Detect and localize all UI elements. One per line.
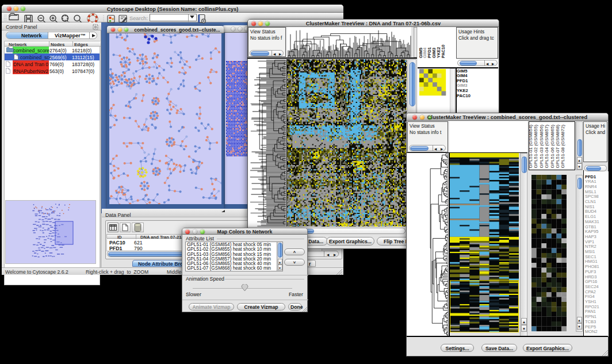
- svg-text:GPL51-02 (GSM855): GPL51-02 (GSM855): [533, 125, 538, 168]
- svg-text:PAC10: PAC10: [441, 45, 446, 58]
- svg-text:GPL51-04 (GSM857): GPL51-04 (GSM857): [544, 125, 549, 168]
- svg-text:GPL51-06 (GSM865): GPL51-06 (GSM865): [550, 125, 555, 168]
- svg-text:GPL51-03 (GSM856): GPL51-03 (GSM856): [539, 125, 544, 168]
- svg-text:GPL51-07 (GSM868): GPL51-07 (GSM868): [555, 125, 560, 168]
- svg-text:GPL51-08 (GSM872): GPL51-08 (GSM872): [560, 125, 565, 168]
- svg-text:GPL51-01 (GSM854): GPL51-01 (GSM854): [529, 125, 533, 168]
- svg-text:Search:: Search:: [129, 16, 148, 21]
